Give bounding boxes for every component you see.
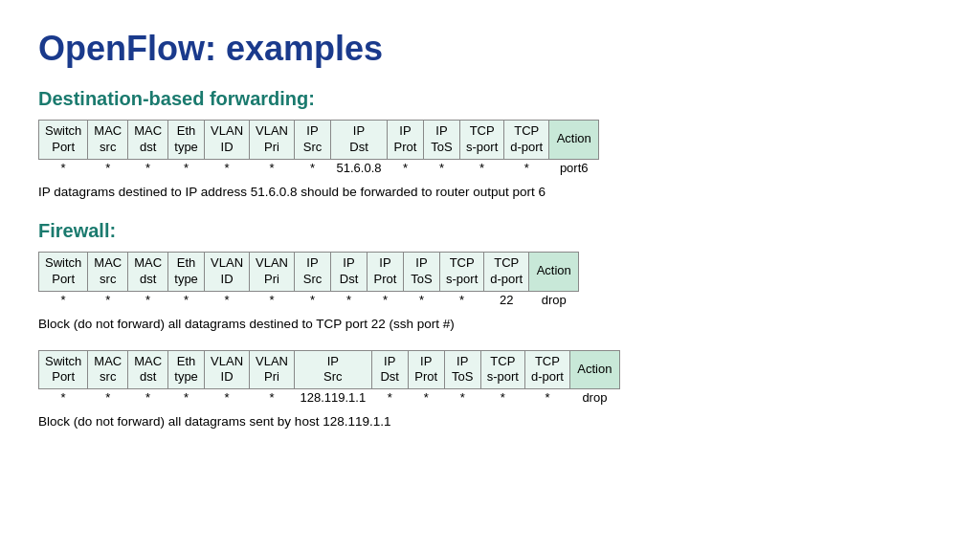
table-row: *******51.6.0.8****port6 — [39, 159, 599, 176]
cell-11: * — [504, 159, 549, 176]
cell-10: * — [460, 159, 504, 176]
cell-3: * — [168, 291, 205, 308]
col-header-6: IPSrc — [295, 121, 331, 160]
cell-12: drop — [569, 389, 619, 407]
col-header-11: TCPd-port — [504, 121, 549, 160]
section-dest-forwarding: Destination-based forwarding: SwitchPort… — [38, 88, 942, 199]
col-header-0: SwitchPort — [39, 350, 88, 389]
table-dest: SwitchPortMACsrcMACdstEthtypeVLANIDVLANP… — [38, 120, 599, 176]
col-header-5: VLANPri — [250, 121, 295, 160]
col-header-0: SwitchPort — [39, 121, 88, 160]
table-row: ******128.119.1.1*****drop — [39, 389, 620, 407]
col-header-6: IPSrc — [295, 350, 372, 389]
col-header-7: IPDst — [331, 252, 368, 291]
col-header-1: MACsrc — [88, 121, 128, 160]
section-firewall: Firewall: SwitchPortMACsrcMACdstEthtypeV… — [38, 220, 942, 430]
col-header-9: IPToS — [444, 350, 480, 389]
col-header-3: Ethtype — [168, 350, 205, 389]
col-header-7: IPDst — [371, 350, 408, 389]
page-title: OpenFlow: examples — [38, 29, 942, 69]
cell-7: 51.6.0.8 — [331, 159, 388, 176]
cell-2: * — [128, 159, 168, 176]
col-header-4: VLANID — [205, 252, 250, 291]
cell-11: * — [524, 389, 569, 407]
cell-8: * — [388, 159, 424, 176]
cell-4: * — [205, 389, 250, 407]
col-header-9: IPToS — [404, 252, 440, 291]
col-header-7: IPDst — [331, 121, 388, 160]
cell-0: * — [39, 389, 88, 407]
cell-7: * — [371, 389, 408, 407]
col-header-5: VLANPri — [250, 350, 295, 389]
cell-12: port6 — [549, 159, 599, 176]
cell-6: * — [295, 291, 331, 308]
cell-3: * — [168, 389, 205, 407]
cell-9: * — [404, 291, 440, 308]
table-firewall-1: SwitchPortMACsrcMACdstEthtypeVLANIDVLANP… — [38, 252, 579, 308]
cell-0: * — [39, 159, 88, 176]
desc-fw1: Block (do not forward) all datagrams des… — [38, 317, 942, 331]
section-heading-dest: Destination-based forwarding: — [38, 88, 942, 110]
col-header-2: MACdst — [128, 350, 168, 389]
col-header-10: TCPs-port — [480, 350, 524, 389]
cell-1: * — [88, 159, 128, 176]
col-header-9: IPToS — [424, 121, 460, 160]
cell-3: * — [168, 159, 205, 176]
cell-4: * — [205, 159, 250, 176]
table-firewall-2: SwitchPortMACsrcMACdstEthtypeVLANIDVLANP… — [38, 350, 620, 407]
cell-9: * — [444, 389, 480, 407]
col-header-12: Action — [549, 121, 599, 160]
col-header-8: IPProt — [368, 252, 404, 291]
col-header-10: TCPs-port — [440, 252, 484, 291]
cell-5: * — [250, 291, 295, 308]
desc-fw2: Block (do not forward) all datagrams sen… — [38, 414, 942, 429]
cell-5: * — [250, 159, 295, 176]
cell-12: drop — [529, 291, 579, 308]
cell-2: * — [128, 291, 168, 308]
cell-5: * — [250, 389, 295, 407]
table-row: ***********22drop — [39, 291, 579, 308]
col-header-2: MACdst — [128, 252, 168, 291]
cell-10: * — [440, 291, 484, 308]
cell-9: * — [424, 159, 460, 176]
cell-8: * — [368, 291, 404, 308]
cell-10: * — [480, 389, 524, 407]
col-header-1: MACsrc — [88, 350, 128, 389]
col-header-4: VLANID — [205, 121, 250, 160]
section-heading-firewall: Firewall: — [38, 220, 942, 242]
cell-11: 22 — [484, 291, 529, 308]
col-header-6: IPSrc — [295, 252, 331, 291]
col-header-3: Ethtype — [168, 121, 205, 160]
cell-1: * — [88, 389, 128, 407]
cell-4: * — [205, 291, 250, 308]
col-header-11: TCPd-port — [484, 252, 529, 291]
col-header-1: MACsrc — [88, 252, 128, 291]
cell-2: * — [128, 389, 168, 407]
cell-7: * — [331, 291, 368, 308]
col-header-2: MACdst — [128, 121, 168, 160]
cell-1: * — [88, 291, 128, 308]
cell-6: 128.119.1.1 — [295, 389, 372, 407]
col-header-8: IPProt — [408, 350, 444, 389]
col-header-8: IPProt — [388, 121, 424, 160]
cell-6: * — [295, 159, 331, 176]
col-header-12: Action — [569, 350, 619, 389]
desc-dest: IP datagrams destined to IP address 51.6… — [38, 185, 942, 199]
col-header-3: Ethtype — [168, 252, 205, 291]
col-header-4: VLANID — [205, 350, 250, 389]
col-header-11: TCPd-port — [524, 350, 569, 389]
col-header-0: SwitchPort — [39, 252, 88, 291]
cell-0: * — [39, 291, 88, 308]
col-header-12: Action — [529, 252, 579, 291]
cell-8: * — [408, 389, 444, 407]
col-header-5: VLANPri — [250, 252, 295, 291]
col-header-10: TCPs-port — [460, 121, 504, 160]
